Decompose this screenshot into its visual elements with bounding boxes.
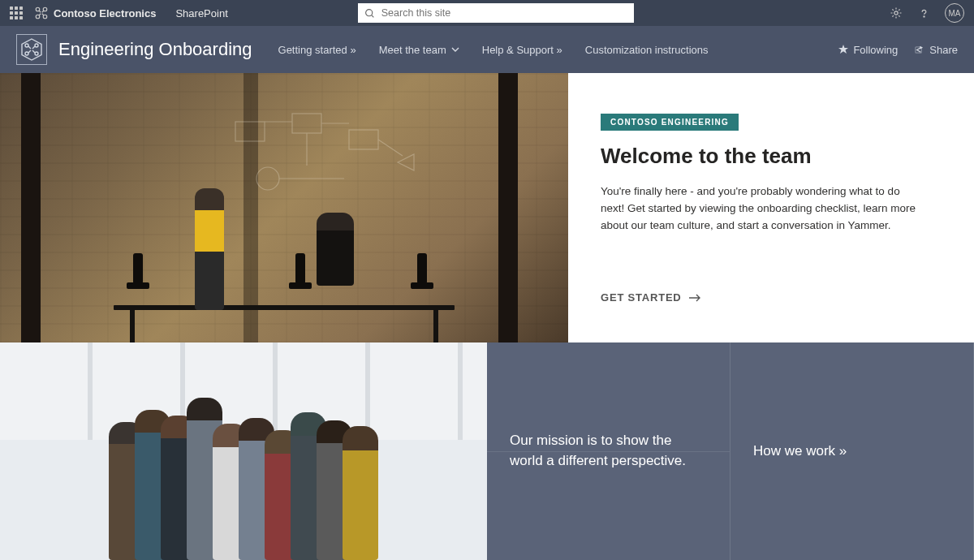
- site-header: Engineering Onboarding Getting started »…: [0, 26, 974, 73]
- hero-title: Welcome to the team: [601, 144, 942, 169]
- site-logo[interactable]: [16, 34, 47, 65]
- mission-text: Our mission is to show the world a diffe…: [510, 431, 707, 471]
- arrow-right-icon: [688, 294, 701, 302]
- brand-logo[interactable]: Contoso Electronics: [34, 6, 156, 20]
- svg-point-9: [35, 44, 38, 47]
- svg-point-11: [35, 52, 38, 55]
- nav-meet-the-team[interactable]: Meet the team: [379, 44, 459, 56]
- team-photo-tile[interactable]: [0, 342, 487, 560]
- svg-point-8: [25, 44, 28, 47]
- tiles-section: Our mission is to show the world a diffe…: [0, 342, 974, 560]
- svg-rect-14: [292, 114, 321, 133]
- app-name[interactable]: SharePoint: [175, 7, 227, 19]
- site-logo-hex-icon: [19, 37, 45, 62]
- site-nav: Getting started » Meet the team Help & S…: [278, 44, 709, 56]
- nav-help-support[interactable]: Help & Support »: [482, 44, 562, 56]
- svg-marker-17: [398, 154, 414, 170]
- nav-customization[interactable]: Customization instructions: [585, 44, 709, 56]
- hero-content: CONTOSO ENGINEERING Welcome to the team …: [568, 73, 974, 342]
- user-avatar[interactable]: MA: [945, 3, 964, 23]
- get-started-button[interactable]: GET STARTED: [601, 291, 942, 320]
- search-input[interactable]: [381, 7, 627, 19]
- hero-image: [0, 73, 568, 342]
- help-icon[interactable]: [917, 6, 930, 19]
- svg-point-6: [923, 15, 924, 16]
- share-icon: [914, 45, 924, 55]
- share-button[interactable]: Share: [914, 44, 958, 56]
- search-box[interactable]: [358, 3, 634, 23]
- svg-point-4: [365, 9, 372, 15]
- chevron-down-icon: [451, 45, 459, 54]
- how-we-work-text: How we work »: [753, 442, 847, 462]
- svg-point-10: [25, 52, 28, 55]
- star-icon: [838, 45, 848, 54]
- following-button[interactable]: Following: [838, 44, 898, 56]
- svg-point-16: [256, 167, 279, 190]
- hero-tag: CONTOSO ENGINEERING: [601, 114, 739, 131]
- hero-section: CONTOSO ENGINEERING Welcome to the team …: [0, 73, 974, 342]
- app-launcher-icon[interactable]: [10, 6, 23, 19]
- avatar-initials: MA: [949, 9, 961, 18]
- svg-rect-13: [235, 122, 265, 141]
- hero-body: You're finally here - and you're probabl…: [601, 183, 925, 235]
- mission-tile[interactable]: Our mission is to show the world a diffe…: [487, 342, 730, 560]
- site-title[interactable]: Engineering Onboarding: [58, 39, 252, 60]
- brand-name: Contoso Electronics: [54, 7, 156, 19]
- suite-bar: Contoso Electronics SharePoint MA: [0, 0, 974, 26]
- svg-rect-15: [349, 130, 378, 149]
- drone-icon: [34, 6, 49, 20]
- settings-icon[interactable]: [890, 6, 903, 19]
- nav-getting-started[interactable]: Getting started »: [278, 44, 356, 56]
- how-we-work-tile[interactable]: How we work »: [730, 342, 974, 560]
- svg-point-5: [894, 11, 898, 15]
- search-icon: [364, 8, 375, 19]
- svg-marker-7: [22, 39, 41, 60]
